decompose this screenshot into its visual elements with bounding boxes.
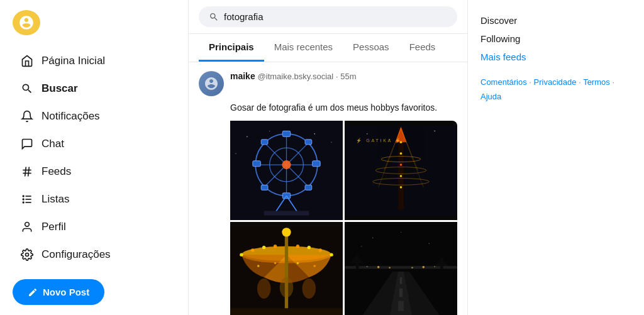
notifications-label: Notificações — [42, 110, 100, 123]
sidebar-item-home[interactable]: Página Inicial — [13, 48, 175, 74]
home-icon — [20, 54, 34, 68]
post-1-image-ferris[interactable] — [230, 121, 343, 220]
logo-icon — [18, 14, 35, 31]
svg-rect-30 — [305, 140, 312, 145]
svg-point-5 — [23, 199, 24, 200]
following-link[interactable]: Following — [480, 31, 631, 47]
ajuda-link[interactable]: Ajuda — [480, 92, 501, 101]
sidebar-item-notifications[interactable]: Notificações — [13, 103, 175, 130]
home-label: Página Inicial — [42, 55, 105, 67]
post-1: maike @itmaike.bsky.social · 55m Gosar d… — [189, 62, 467, 315]
svg-point-37 — [367, 133, 368, 135]
sidebar-item-lists[interactable]: Listas — [13, 186, 175, 213]
svg-point-89 — [434, 266, 435, 267]
svg-point-88 — [367, 266, 368, 267]
svg-point-47 — [400, 152, 402, 155]
bell-icon — [20, 109, 34, 123]
search-icon — [209, 12, 219, 22]
svg-point-24 — [282, 160, 291, 169]
svg-point-75 — [313, 265, 316, 267]
sidebar: Página Inicial Buscar Notificações Chat — [0, 0, 189, 315]
feed: maike @itmaike.bsky.social · 55m Gosar d… — [189, 62, 467, 315]
search-nav-icon — [20, 82, 34, 96]
chat-icon — [20, 137, 34, 151]
post-1-name[interactable]: maike — [230, 71, 255, 81]
sidebar-item-settings[interactable]: Configurações — [13, 241, 175, 268]
post-1-image-carousel[interactable] — [230, 222, 343, 315]
svg-rect-82 — [399, 289, 402, 297]
svg-point-96 — [401, 232, 401, 233]
search-tabs: Principais Mais recentes Pessoas Feeds — [189, 34, 467, 62]
chat-label: Chat — [42, 138, 64, 150]
feeds-label: Feeds — [42, 165, 71, 178]
svg-rect-76 — [230, 308, 343, 315]
search-bar[interactable] — [199, 6, 457, 27]
svg-rect-83 — [398, 301, 404, 311]
svg-point-68 — [282, 228, 291, 236]
post-1-handle: @itmaike.bsky.social — [258, 72, 334, 81]
svg-point-97 — [361, 246, 362, 246]
svg-text:⚡ GATIKA ⚡: ⚡ GATIKA ⚡ — [356, 138, 402, 143]
svg-point-94 — [372, 238, 373, 238]
search-container — [189, 0, 467, 34]
svg-point-71 — [303, 279, 316, 299]
svg-point-4 — [23, 196, 24, 197]
svg-rect-28 — [313, 161, 321, 167]
svg-point-66 — [330, 253, 333, 256]
search-input[interactable] — [224, 11, 447, 22]
post-1-header: maike @itmaike.bsky.social · 55m — [199, 71, 457, 96]
svg-point-74 — [297, 262, 299, 265]
search-label: Buscar — [42, 82, 78, 95]
tab-principais[interactable]: Principais — [199, 34, 264, 62]
comentarios-link[interactable]: Comentários — [480, 77, 527, 87]
svg-point-73 — [274, 262, 277, 265]
tab-feeds[interactable]: Feeds — [399, 34, 446, 62]
post-1-meta: maike @itmaike.bsky.social · 55m — [230, 71, 357, 81]
privacidade-link[interactable]: Privacidade — [534, 77, 577, 87]
post-1-author: maike @itmaike.bsky.social · 55m — [230, 71, 357, 81]
sidebar-item-chat[interactable]: Chat — [13, 131, 175, 157]
svg-point-64 — [308, 246, 311, 249]
post-1-time: · 55m — [336, 72, 357, 81]
svg-rect-32 — [305, 185, 312, 190]
sidebar-item-profile[interactable]: Perfil — [13, 214, 175, 240]
svg-rect-26 — [282, 193, 291, 199]
post-1-images: ⚡ GATIKA ⚡ — [199, 121, 457, 315]
svg-point-69 — [257, 279, 270, 299]
svg-point-72 — [257, 265, 260, 267]
svg-point-6 — [23, 202, 24, 203]
svg-point-50 — [400, 186, 402, 189]
svg-point-39 — [434, 130, 435, 131]
svg-point-16 — [331, 142, 331, 143]
termos-link[interactable]: Termos — [583, 77, 610, 87]
right-footer: Comentários · Privacidade · Termos · Aju… — [480, 75, 631, 104]
svg-point-15 — [314, 133, 315, 135]
svg-point-10 — [25, 223, 30, 227]
tab-pessoas[interactable]: Pessoas — [343, 34, 399, 62]
app-logo[interactable] — [13, 10, 40, 35]
svg-point-48 — [400, 163, 402, 166]
svg-line-2 — [25, 167, 26, 177]
post-1-text: Gosar de fotografia é um dos meus hobbys… — [199, 101, 457, 114]
footer-links: Comentários · Privacidade · Termos · — [480, 77, 614, 87]
svg-point-70 — [280, 277, 293, 297]
sidebar-item-feeds[interactable]: Feeds — [13, 158, 175, 185]
discover-link[interactable]: Discover — [480, 13, 631, 28]
mais-feeds-link[interactable]: Mais feeds — [480, 49, 631, 65]
svg-rect-35 — [264, 211, 309, 215]
novo-post-button[interactable]: Novo Post — [13, 279, 104, 305]
post-1-image-tower[interactable]: ⚡ GATIKA ⚡ — [345, 121, 457, 220]
svg-rect-67 — [285, 232, 288, 311]
main-content: Principais Mais recentes Pessoas Feeds — [189, 0, 468, 315]
svg-point-60 — [262, 246, 265, 249]
post-1-image-dark[interactable] — [345, 222, 457, 315]
sidebar-item-search[interactable]: Buscar — [13, 75, 175, 102]
person-icon — [20, 220, 34, 234]
svg-point-95 — [429, 243, 430, 244]
edit-icon — [28, 287, 38, 297]
post-1-avatar[interactable] — [199, 71, 224, 96]
tab-mais-recentes[interactable]: Mais recentes — [264, 34, 343, 62]
svg-point-84 — [377, 266, 380, 268]
svg-rect-29 — [261, 140, 268, 145]
svg-point-59 — [251, 248, 254, 251]
